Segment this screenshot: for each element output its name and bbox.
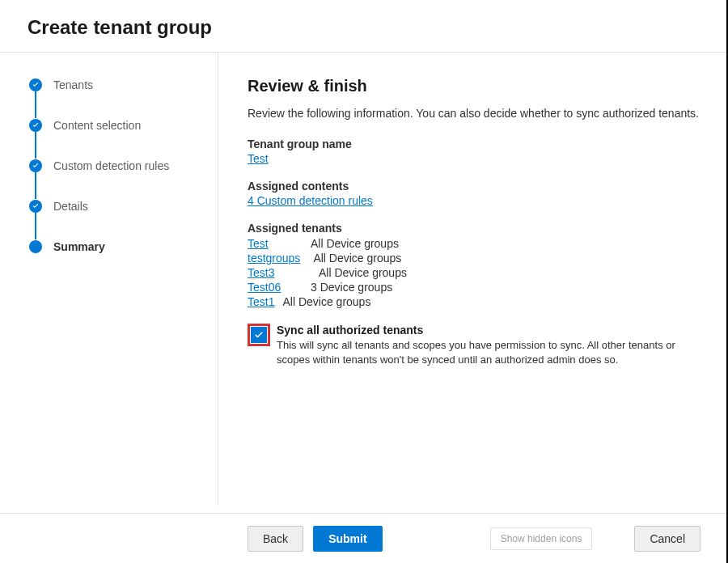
tenant-link[interactable]: Test: [248, 236, 298, 251]
back-button[interactable]: Back: [248, 526, 303, 552]
step-connector: [35, 129, 36, 159]
step-label: Tenants: [53, 77, 93, 93]
assigned-tenants-label: Assigned tenants: [248, 222, 700, 235]
sync-text: Sync all authorized tenants This will sy…: [277, 324, 689, 367]
tenant-row: Test All Device groups: [248, 236, 700, 251]
step-label: Content selection: [53, 117, 141, 133]
step-summary[interactable]: Summary: [29, 239, 218, 255]
tenant-row: Test06 3 Device groups: [248, 280, 700, 294]
sync-description: This will sync all tenants and scopes yo…: [277, 338, 689, 367]
tenant-link[interactable]: Test1: [248, 294, 274, 309]
tenant-scope: All Device groups: [282, 294, 370, 309]
tenant-row: Test3 All Device groups: [248, 265, 700, 280]
tenant-group-name-link[interactable]: Test: [248, 152, 269, 165]
page-header: Create tenant group: [0, 0, 728, 52]
step-label: Custom detection rules: [53, 158, 169, 174]
cancel-button[interactable]: Cancel: [634, 526, 700, 552]
assigned-contents-link[interactable]: 4 Custom detection rules: [248, 194, 373, 207]
tenant-link[interactable]: Test3: [248, 265, 306, 280]
tenant-scope: 3 Device groups: [311, 280, 392, 294]
check-icon: [29, 78, 42, 91]
page-title: Create tenant group: [28, 16, 728, 39]
step-custom-detection-rules[interactable]: Custom detection rules: [29, 158, 218, 198]
tenant-scope: All Device groups: [313, 251, 401, 265]
step-label: Details: [53, 198, 88, 214]
tenant-scope: All Device groups: [319, 265, 407, 280]
section-assigned-contents: Assigned contents 4 Custom detection rul…: [248, 180, 700, 207]
review-panel: Review & finish Review the following inf…: [218, 53, 728, 506]
step-content-selection[interactable]: Content selection: [29, 117, 218, 158]
step-connector: [35, 170, 36, 199]
sync-block: Sync all authorized tenants This will sy…: [248, 324, 700, 367]
tenant-link[interactable]: Test06: [248, 280, 298, 294]
section-assigned-tenants: Assigned tenants Test All Device groups …: [248, 222, 700, 309]
show-hidden-icons-button[interactable]: Show hidden icons: [490, 527, 593, 550]
check-icon: [29, 159, 42, 172]
step-connector: [35, 89, 36, 118]
review-description: Review the following information. You ca…: [248, 107, 700, 120]
tenants-table: Test All Device groups testgroups All De…: [248, 236, 700, 309]
wizard-footer: Back Submit Show hidden icons Cancel: [0, 513, 728, 563]
wizard-steps: Tenants Content selection Custom detecti…: [0, 53, 218, 506]
review-heading: Review & finish: [248, 77, 700, 95]
step-tenants[interactable]: Tenants: [29, 77, 218, 117]
tenant-group-name-label: Tenant group name: [248, 138, 700, 150]
tenant-row: Test1 All Device groups: [248, 294, 700, 309]
sync-title: Sync all authorized tenants: [277, 324, 689, 337]
tenant-row: testgroups All Device groups: [248, 251, 700, 265]
assigned-contents-label: Assigned contents: [248, 180, 700, 193]
submit-button[interactable]: Submit: [313, 526, 382, 552]
current-step-icon: [29, 240, 42, 253]
section-tenant-group-name: Tenant group name Test: [248, 138, 700, 165]
highlight-annotation: [248, 324, 270, 346]
sync-checkbox[interactable]: [251, 327, 267, 343]
tenant-scope: All Device groups: [311, 236, 399, 251]
step-label: Summary: [53, 239, 105, 255]
tenant-link[interactable]: testgroups: [248, 251, 300, 265]
check-icon: [29, 200, 42, 213]
step-details[interactable]: Details: [29, 198, 218, 239]
page-body: Tenants Content selection Custom detecti…: [0, 53, 728, 506]
step-connector: [35, 210, 36, 239]
check-icon: [29, 119, 42, 132]
